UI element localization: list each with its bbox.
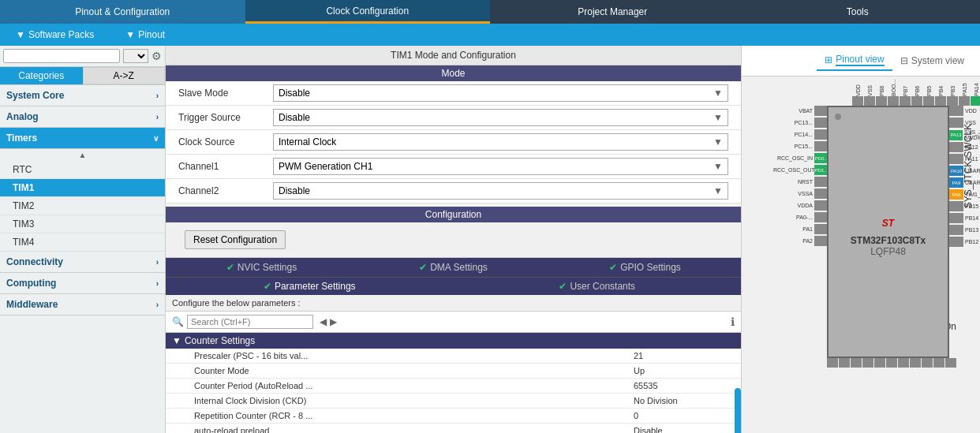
channel1-select[interactable]: PWM Generation CH1 ▼ (273, 158, 728, 175)
param-row-repetition-counter: Repetition Counter (RCR - 8 ... 0 (166, 409, 741, 424)
form-row-clock-source: Clock Source Internal Clock ▼ (166, 130, 741, 155)
chevron-right-icon: › (156, 279, 159, 288)
slave-mode-select[interactable]: Disable ▼ (273, 84, 728, 102)
pin-bottom-1 (827, 358, 838, 383)
param-row-auto-reload: auto-reload preload Disable (166, 424, 741, 433)
pin-pa11-right: PA11 (949, 154, 980, 164)
pin-pa14-top: PA14 (971, 80, 980, 106)
sidebar-item-tim2[interactable]: TIM2 (0, 197, 165, 215)
sidebar-tabs: Categories A->Z (0, 67, 165, 85)
param-section-header: ▼ Counter Settings (166, 333, 741, 349)
nav-clock[interactable]: Clock Configuration (245, 0, 491, 24)
subtab-user-constants[interactable]: ✔ User Constants (454, 278, 742, 295)
sidebar-item-rtc[interactable]: RTC (0, 161, 165, 179)
scroll-up-arrow[interactable]: ▲ (0, 149, 165, 161)
sidebar-item-tim3[interactable]: TIM3 (0, 215, 165, 233)
info-icon[interactable]: ℹ (731, 315, 735, 328)
next-icon[interactable]: ▶ (330, 316, 337, 327)
sidebar-item-tim1[interactable]: TIM1 (0, 179, 165, 197)
pin-bottom-8 (910, 358, 921, 383)
tab-system-view[interactable]: ⊟ System view (892, 52, 972, 69)
reset-config-button[interactable]: Reset Configuration (185, 230, 286, 249)
settings-subtabs: ✔ Parameter Settings ✔ User Constants (166, 277, 741, 295)
pin-pa9-right: PA9 USART1_TX (949, 177, 980, 188)
pin-pa2-left: PA2 (773, 236, 829, 246)
sidebar-item-timers[interactable]: Timers ∨ (0, 128, 165, 149)
param-row-counter-mode: Counter Mode Up (166, 364, 741, 379)
sidebar: ⚙ Categories A->Z System Core › Analog ›… (0, 46, 166, 433)
clock-source-select[interactable]: Internal Clock ▼ (273, 133, 728, 151)
right-panel: ⊞ Pinout view ⊟ System view SYS_JTCK-SWC… (742, 46, 980, 433)
trigger-source-label: Trigger Source (178, 112, 273, 123)
pin-vdda-left: VDDA (773, 200, 829, 211)
param-row-clock-division: Internal Clock Division (CKD) No Divisio… (166, 394, 741, 409)
tab-gpio-settings[interactable]: ✔ GPIO Settings (549, 258, 741, 277)
tab-dma-settings[interactable]: ✔ DMA Settings (357, 258, 549, 277)
left-pins: VBAT PC13... PC14... PC15... RCC_OSC_IN (773, 106, 829, 246)
tab-az[interactable]: A->Z (83, 67, 166, 84)
gear-icon[interactable]: ⚙ (151, 50, 162, 62)
sidebar-item-connectivity[interactable]: Connectivity › (0, 252, 165, 273)
settings-tabs: ✔ NVIC Settings ✔ DMA Settings ✔ GPIO Se… (166, 258, 741, 277)
trigger-source-select[interactable]: Disable ▼ (273, 109, 728, 126)
subtab-parameter-settings[interactable]: ✔ Parameter Settings (166, 278, 454, 295)
param-search-input[interactable] (187, 315, 313, 329)
tab-pinout-view[interactable]: ⊞ Pinout view (817, 50, 892, 71)
pin-pb14-right: PB14 (949, 213, 980, 223)
chevron-down-icon: ▼ (713, 136, 723, 147)
search-icon: 🔍 (172, 316, 184, 327)
pin-bottom-9 (922, 358, 933, 383)
right-pins: VDD VSS PA13 SYS_JTMS-SWDIO PA12 PA11 (949, 106, 980, 247)
pin-pa0-left: PA0-... (773, 212, 829, 222)
chevron-down-icon: ▼ (16, 29, 25, 40)
configure-text: Configure the below parameters : (172, 298, 301, 308)
subnav-software-packs[interactable]: ▼ Software Packs (0, 29, 110, 40)
tab-categories[interactable]: Categories (0, 67, 83, 84)
search-input[interactable] (3, 49, 120, 63)
channel2-select[interactable]: Disable ▼ (273, 182, 728, 200)
prev-icon[interactable]: ◀ (320, 316, 327, 327)
pin-bottom-7 (898, 358, 909, 383)
chip-logo: ST (851, 207, 926, 232)
form-row-channel2: Channel2 Disable ▼ (166, 179, 741, 203)
nav-project[interactable]: Project Manager (490, 0, 735, 24)
pin-pc13-left: PC13... (773, 118, 829, 128)
sidebar-item-system-core[interactable]: System Core › (0, 85, 165, 106)
check-icon: ✔ (609, 262, 617, 273)
chip-body: ST STM32F103C8Tx LQFP48 (827, 106, 949, 358)
system-view-icon: ⊟ (900, 55, 908, 66)
nav-pinout[interactable]: Pinout & Configuration (0, 0, 245, 24)
pin-pd0-left: RCC_OSC_IN PD0... (773, 153, 829, 163)
right-panel-tabs: ⊞ Pinout view ⊟ System view (742, 46, 980, 77)
pin-vss-top: VSS (864, 80, 875, 106)
subnav-pinout[interactable]: ▼ Pinout (110, 29, 181, 40)
pin-vbat-left: VBAT (773, 106, 829, 116)
pin-bottom-10 (933, 358, 944, 383)
config-bar: Configure the below parameters : (166, 295, 741, 312)
sidebar-item-computing[interactable]: Computing › (0, 273, 165, 294)
pin-pc14-left: PC14... (773, 129, 829, 140)
chevron-down-icon: ▼ (125, 29, 135, 40)
form-row-slave-mode: Slave Mode Disable ▼ (166, 81, 741, 106)
pin-vdd-top: VDD (852, 80, 863, 106)
pin-pa15-top: PA15 (959, 80, 970, 106)
chevron-down-icon: ▼ (713, 185, 723, 196)
param-search-bar: 🔍 ◀ ▶ ℹ (166, 312, 741, 333)
pin-pb12-right: PB12 GPIO_Input (949, 237, 980, 247)
pin-bottom-5 (874, 358, 885, 383)
pin-pb6-top: PB6 (911, 80, 922, 106)
sidebar-item-middleware[interactable]: Middleware › (0, 294, 165, 315)
pin-pb8-top: PB8 (876, 80, 887, 106)
center-panel: TIM1 Mode and Configuration Mode Slave M… (166, 46, 742, 433)
channel2-label: Channel2 (178, 185, 273, 196)
pin-pa1-left: PA1 (773, 224, 829, 234)
nav-tools[interactable]: Tools (735, 0, 981, 24)
scrollbar[interactable] (735, 388, 741, 433)
pin-pa8-right: PA8 TIM1_CH1 (949, 189, 980, 200)
tab-nvic-settings[interactable]: ✔ NVIC Settings (166, 258, 357, 277)
sidebar-item-analog[interactable]: Analog › (0, 106, 165, 128)
top-pins-row: VDD VSS PB8 BOO... PB7 (852, 80, 980, 106)
form-row-channel1: Channel1 PWM Generation CH1 ▼ (166, 155, 741, 179)
sidebar-item-tim4[interactable]: TIM4 (0, 233, 165, 252)
search-select[interactable] (123, 49, 148, 63)
